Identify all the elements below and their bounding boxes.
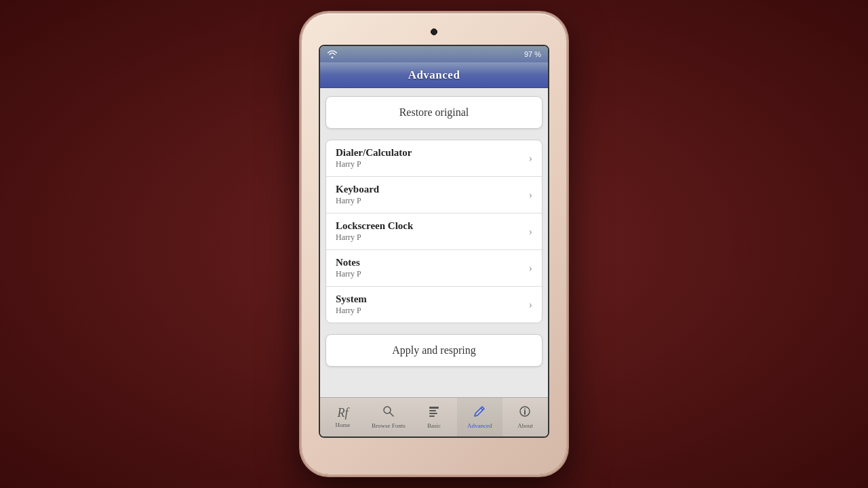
svg-rect-2 bbox=[429, 407, 439, 409]
tab-about-label: About bbox=[517, 422, 533, 429]
phone-frame: 97 % Advanced Restore original Dialer/Ca… bbox=[302, 14, 566, 474]
list-item-dialer[interactable]: Dialer/Calculator Harry P › bbox=[326, 140, 542, 177]
chevron-icon-system: › bbox=[529, 299, 532, 311]
list-item-subtitle-lockscreen: Harry P bbox=[336, 232, 413, 243]
chevron-icon-lockscreen: › bbox=[529, 226, 532, 238]
list-item-subtitle-notes: Harry P bbox=[336, 269, 361, 279]
phone-top bbox=[307, 22, 561, 42]
phone-screen: 97 % Advanced Restore original Dialer/Ca… bbox=[319, 45, 549, 438]
tab-basic[interactable]: Basic bbox=[411, 398, 456, 436]
front-camera bbox=[431, 28, 437, 35]
list-item-subtitle-keyboard: Harry P bbox=[336, 196, 379, 206]
list-item-title-lockscreen: Lockscreen Clock bbox=[336, 220, 413, 232]
chevron-icon-keyboard: › bbox=[529, 189, 532, 201]
apply-respring-button[interactable]: Apply and respring bbox=[326, 334, 542, 367]
browse-tab-icon bbox=[382, 405, 395, 421]
list-item-title-system: System bbox=[336, 293, 367, 305]
basic-tab-icon bbox=[428, 405, 440, 421]
svg-line-6 bbox=[481, 408, 483, 410]
restore-original-button[interactable]: Restore original bbox=[326, 96, 542, 129]
tab-home[interactable]: Rf Home bbox=[320, 398, 366, 436]
about-tab-icon bbox=[519, 405, 531, 421]
svg-line-1 bbox=[390, 413, 393, 416]
chevron-icon-notes: › bbox=[529, 262, 532, 274]
list-item-system[interactable]: System Harry P › bbox=[326, 287, 542, 323]
home-tab-icon: Rf bbox=[338, 406, 349, 420]
list-item-subtitle-system: Harry P bbox=[336, 306, 367, 316]
list-item-lockscreen[interactable]: Lockscreen Clock Harry P › bbox=[326, 214, 542, 250]
svg-rect-5 bbox=[429, 415, 435, 417]
wifi-icon bbox=[327, 50, 338, 58]
list-item-title-notes: Notes bbox=[336, 257, 361, 268]
tab-home-label: Home bbox=[336, 422, 351, 428]
list-item-keyboard[interactable]: Keyboard Harry P › bbox=[326, 177, 542, 214]
nav-title: Advanced bbox=[408, 68, 460, 82]
list-item-title-keyboard: Keyboard bbox=[336, 184, 379, 195]
list-item-subtitle-dialer: Harry P bbox=[336, 159, 412, 169]
list-item-notes[interactable]: Notes Harry P › bbox=[326, 250, 542, 287]
font-category-list: Dialer/Calculator Harry P › Keyboard Har… bbox=[326, 140, 542, 323]
tab-bar: Rf Home Browse Fonts bbox=[320, 397, 548, 436]
tab-browse-label: Browse Fonts bbox=[372, 422, 406, 429]
battery-level: 97 % bbox=[524, 50, 541, 58]
status-bar: 97 % bbox=[320, 46, 548, 62]
list-item-title-dialer: Dialer/Calculator bbox=[336, 147, 412, 159]
tab-advanced[interactable]: Advanced bbox=[457, 398, 502, 436]
tab-about[interactable]: About bbox=[502, 398, 548, 436]
advanced-tab-icon bbox=[473, 405, 486, 421]
svg-rect-4 bbox=[429, 413, 437, 414]
navigation-bar: Advanced bbox=[320, 62, 548, 88]
tab-advanced-label: Advanced bbox=[467, 422, 492, 429]
svg-point-9 bbox=[524, 409, 526, 410]
content-area: Restore original Dialer/Calculator Harry… bbox=[320, 88, 548, 397]
tab-browse[interactable]: Browse Fonts bbox=[366, 398, 411, 436]
chevron-icon-dialer: › bbox=[529, 152, 532, 165]
svg-rect-3 bbox=[429, 410, 436, 411]
tab-basic-label: Basic bbox=[427, 422, 441, 429]
